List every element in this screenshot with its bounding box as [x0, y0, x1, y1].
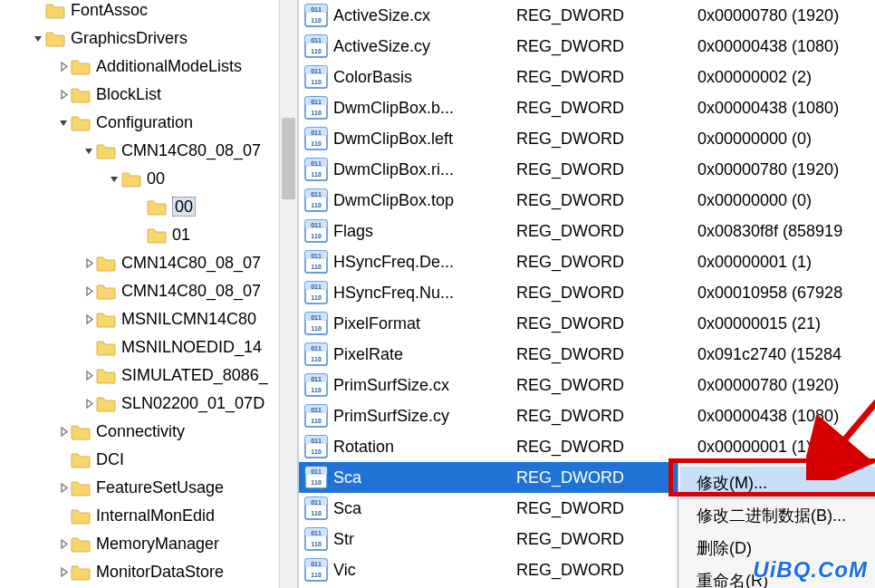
tree-item-dci[interactable]: DCI — [0, 446, 268, 474]
tree-item-label: AdditionalModeLists — [96, 57, 242, 75]
chevron-down-icon[interactable] — [107, 172, 121, 187]
tree-item-graphicsdrivers[interactable]: GraphicsDrivers — [0, 24, 268, 53]
chevron-right-icon[interactable] — [56, 565, 71, 580]
tree-item-fontassoc[interactable]: FontAssoc — [0, 0, 268, 24]
value-row[interactable]: 011 110 PixelRateREG_DWORD0x091c2740 (15… — [299, 339, 875, 370]
value-data: 0x00830f8f (858919 — [697, 222, 875, 241]
value-data: 0x00000002 (2) — [697, 68, 875, 87]
svg-text:110: 110 — [311, 171, 322, 178]
chevron-right-icon[interactable] — [56, 425, 71, 439]
tree-scrollbar[interactable] — [279, 0, 297, 588]
value-row[interactable]: 011 110 HSyncFreq.Nu...REG_DWORD0x000109… — [299, 277, 875, 308]
svg-text:110: 110 — [311, 17, 322, 24]
tree-item-label: CMN14C80_08_07 — [121, 141, 261, 159]
value-row[interactable]: 011 110 DwmClipBox.b...REG_DWORD0x000004… — [299, 92, 875, 123]
chevron-right-icon[interactable] — [82, 369, 96, 383]
chevron-right-icon[interactable] — [56, 60, 71, 74]
tree-item-cmn14c80-08-07[interactable]: CMN14C80_08_07 — [0, 277, 268, 305]
value-type: REG_DWORD — [516, 99, 697, 118]
value-type: REG_DWORD — [516, 376, 697, 395]
tree-item-monitordatastore[interactable]: MonitorDataStore — [0, 558, 268, 586]
reg-dword-icon: 011 110 — [304, 158, 328, 181]
value-row[interactable]: 011 110 FlagsREG_DWORD0x00830f8f (858919 — [299, 216, 875, 246]
value-data: 0x00000001 (1) — [697, 253, 875, 272]
tree-item-label: MemoryManager — [96, 535, 219, 553]
tree-item-sln02200-01-07d[interactable]: SLN02200_01_07D — [0, 390, 268, 418]
tree-item-additionalmodelists[interactable]: AdditionalModeLists — [0, 53, 268, 81]
chevron-right-icon[interactable] — [82, 284, 96, 299]
folder-icon — [71, 508, 91, 525]
tree-item-blocklist[interactable]: BlockList — [0, 81, 268, 109]
value-row[interactable]: 011 110 DwmClipBox.topREG_DWORD0x0000000… — [299, 185, 875, 216]
svg-text:110: 110 — [311, 294, 322, 301]
chevron-right-icon[interactable] — [56, 537, 71, 552]
value-row[interactable]: 011 110 PrimSurfSize.cyREG_DWORD0x000004… — [299, 400, 875, 431]
value-row[interactable]: 011 110 PrimSurfSize.cxREG_DWORD0x000007… — [299, 370, 875, 400]
svg-text:011: 011 — [311, 160, 322, 167]
folder-icon — [71, 480, 91, 496]
value-row[interactable]: 011 110 DwmClipBox.leftREG_DWORD0x000000… — [299, 123, 875, 154]
tree-item-connectivity[interactable]: Connectivity — [0, 418, 268, 446]
value-type: REG_DWORD — [516, 284, 697, 303]
tree-item-simulated-8086-[interactable]: SIMULATED_8086_ — [0, 361, 268, 390]
value-row[interactable]: 011 110 ActiveSize.cxREG_DWORD0x00000780… — [299, 0, 875, 31]
tree-item-msnilnoedid-14[interactable]: MSNILNOEDID_14 — [0, 333, 268, 361]
tree-item-cmn14c80-08-07[interactable]: CMN14C80_08_07 — [0, 137, 268, 165]
chevron-right-icon[interactable] — [56, 481, 71, 496]
chevron-right-icon[interactable] — [82, 397, 96, 411]
value-name: Sca — [333, 468, 516, 487]
chevron-down-icon[interactable] — [82, 144, 96, 159]
svg-text:011: 011 — [311, 530, 322, 536]
chevron-right-icon[interactable] — [82, 256, 96, 271]
value-data: 0x00010958 (67928 — [697, 284, 875, 303]
value-name: ColorBasis — [333, 68, 516, 87]
chevron-right-icon[interactable] — [56, 88, 71, 102]
tree-item-label: GraphicsDrivers — [71, 29, 188, 47]
value-row[interactable]: 011 110 ColorBasisREG_DWORD0x00000002 (2… — [299, 62, 875, 92]
chevron-down-icon[interactable] — [31, 32, 45, 46]
reg-dword-icon: 011 110 — [304, 435, 328, 458]
svg-text:110: 110 — [311, 264, 322, 270]
tree-item-msnilcmn14c80[interactable]: MSNILCMN14C80 — [0, 305, 268, 333]
reg-dword-icon: 011 110 — [304, 558, 328, 582]
svg-text:011: 011 — [311, 222, 322, 228]
reg-dword-icon: 011 110 — [304, 188, 328, 212]
tree-scrollbar-thumb[interactable] — [282, 118, 295, 199]
chevron-down-icon[interactable] — [56, 116, 71, 130]
tree-item-00[interactable]: 00 — [0, 193, 268, 221]
value-name: ActiveSize.cx — [333, 6, 516, 25]
svg-text:110: 110 — [311, 79, 322, 85]
svg-text:110: 110 — [311, 510, 322, 516]
svg-text:011: 011 — [311, 376, 322, 382]
value-data: 0x00000438 (1080) — [697, 99, 875, 118]
tree-item-cmn14c80-08-07[interactable]: CMN14C80_08_07 — [0, 249, 268, 277]
tree-item-memorymanager[interactable]: MemoryManager — [0, 530, 268, 558]
folder-icon — [121, 171, 141, 188]
tree-item-00[interactable]: 00 — [0, 165, 268, 193]
ctx-modify[interactable]: 修改(M)... — [680, 467, 875, 499]
tree-item-label: CMN14C80_08_07 — [121, 254, 261, 272]
value-row[interactable]: 011 110 ActiveSize.cyREG_DWORD0x00000438… — [299, 31, 875, 62]
svg-text:011: 011 — [311, 68, 322, 74]
tree-item-configuration[interactable]: Configuration — [0, 109, 268, 137]
value-row[interactable]: 011 110 PixelFormatREG_DWORD0x00000015 (… — [299, 308, 875, 339]
value-row[interactable]: 011 110 RotationREG_DWORD0x00000001 (1) — [299, 431, 875, 462]
ctx-modify-binary[interactable]: 修改二进制数据(B)... — [680, 499, 875, 532]
value-name: Rotation — [333, 438, 516, 457]
value-row[interactable]: 011 110 HSyncFreq.De...REG_DWORD0x000000… — [299, 246, 875, 277]
value-type: REG_DWORD — [516, 314, 697, 333]
svg-text:011: 011 — [311, 468, 322, 475]
tree-item-featuresetusage[interactable]: FeatureSetUsage — [0, 474, 268, 502]
folder-icon — [71, 424, 91, 440]
svg-text:110: 110 — [311, 448, 322, 455]
values-pane: 011 110 ActiveSize.cxREG_DWORD0x00000780… — [299, 0, 875, 588]
value-row[interactable]: 011 110 DwmClipBox.ri...REG_DWORD0x00000… — [299, 154, 875, 185]
reg-dword-icon: 011 110 — [304, 342, 328, 366]
tree-item-internalmonedid[interactable]: InternalMonEdid — [0, 502, 268, 530]
svg-text:011: 011 — [311, 314, 322, 321]
tree-item-01[interactable]: 01 — [0, 221, 268, 249]
svg-text:011: 011 — [311, 99, 322, 105]
value-name: Vic — [333, 561, 516, 580]
svg-text:011: 011 — [311, 438, 322, 444]
chevron-right-icon[interactable] — [82, 313, 96, 327]
